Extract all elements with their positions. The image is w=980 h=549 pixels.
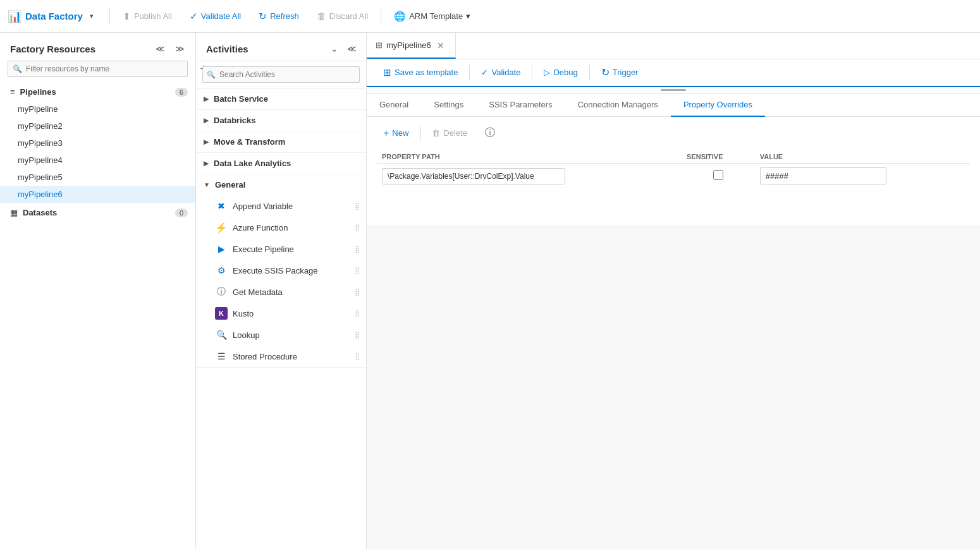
- sidebar-title: Factory Resources: [10, 44, 95, 54]
- search-icon: 🔍: [13, 64, 22, 73]
- tab-settings[interactable]: Settings: [421, 94, 476, 117]
- activity-item-execute-pipeline[interactable]: ▶ Execute Pipeline ⣿: [196, 238, 366, 260]
- toolbar-sep-3: [589, 65, 590, 80]
- activities-panel: Activities ⌄ ≪ 🔍 ▶ Batch Service: [196, 33, 367, 549]
- bottom-tabs: General Settings SSIS Parameters Connect…: [367, 94, 980, 117]
- validate-button[interactable]: ✓ Validate: [475, 64, 527, 80]
- sidebar-expand-icon[interactable]: ≫: [172, 42, 188, 56]
- sidebar-section-pipelines[interactable]: ≡ Pipelines 6: [0, 82, 195, 100]
- save-template-icon: ⊞: [383, 67, 391, 78]
- drag-handle-icon: ⣿: [355, 331, 360, 339]
- info-button[interactable]: ⓘ: [479, 123, 501, 143]
- sidebar-search-wrap: 🔍 +: [8, 61, 188, 77]
- chevron-down-icon: ▼: [204, 181, 210, 188]
- activity-group-databricks-header[interactable]: ▶ Databricks: [196, 110, 366, 131]
- validate-checkmark-icon: ✓: [481, 68, 488, 77]
- stored-procedure-icon: ☰: [215, 350, 228, 363]
- drag-handle-icon: ⣿: [355, 245, 360, 253]
- value-cell: [755, 164, 970, 189]
- activities-collapse-btn[interactable]: ⌄: [328, 42, 341, 56]
- sidebar-section-datasets[interactable]: ▦ Datasets 0: [0, 203, 195, 221]
- debug-icon: ▷: [544, 68, 550, 77]
- table-row: [377, 164, 970, 189]
- activity-group-move: ▶ Move & Transform: [196, 131, 366, 153]
- validate-all-button[interactable]: ✓ Validate All: [182, 7, 248, 26]
- sidebar-collapse-icon[interactable]: ≪: [152, 42, 168, 56]
- list-item[interactable]: myPipeline: [0, 100, 195, 118]
- property-path-cell: [377, 164, 682, 189]
- search-activities-input[interactable]: [202, 66, 360, 83]
- activity-item-stored-procedure[interactable]: ☰ Stored Procedure ⣿: [196, 346, 366, 367]
- sensitive-cell: [682, 164, 755, 189]
- activity-item-append-variable[interactable]: ✖ Append Variable ⣿: [196, 195, 366, 217]
- drag-handle-icon: ⣿: [355, 202, 360, 210]
- list-item[interactable]: myPipeline5: [0, 169, 195, 186]
- debug-button[interactable]: ▷ Debug: [537, 64, 584, 80]
- top-bar: 📊 Data Factory ▾ ⬆ Publish All ✓ Validat…: [0, 0, 980, 33]
- property-path-input[interactable]: [382, 168, 565, 184]
- activity-group-batch-header[interactable]: ▶ Batch Service: [196, 88, 366, 109]
- lookup-icon: 🔍: [215, 329, 228, 341]
- list-item[interactable]: myPipeline4: [0, 152, 195, 169]
- execute-ssis-icon: ⚙: [215, 264, 228, 277]
- list-item[interactable]: myPipeline2: [0, 118, 195, 135]
- discard-all-button[interactable]: 🗑 Discard All: [309, 7, 376, 25]
- activity-item-lookup[interactable]: 🔍 Lookup ⣿: [196, 324, 366, 346]
- canvas-toolbar: ⊞ Save as template ✓ Validate ▷ Debug ↻ …: [367, 59, 980, 86]
- tab-ssis-parameters[interactable]: SSIS Parameters: [476, 94, 565, 117]
- save-as-template-button[interactable]: ⊞ Save as template: [377, 64, 464, 81]
- publish-all-button[interactable]: ⬆ Publish All: [115, 7, 180, 26]
- drag-handle-icon: ⣿: [355, 288, 360, 296]
- property-overrides-table: PROPERTY PATH SENSITIVE VALUE: [377, 150, 970, 188]
- activity-group-general-header[interactable]: ▼ General: [196, 174, 366, 195]
- trigger-button[interactable]: ↻ Trigger: [595, 63, 645, 81]
- panel-resize-handle[interactable]: [367, 87, 980, 94]
- drag-handle-icon: ⣿: [355, 224, 360, 232]
- col-header-sensitive: SENSITIVE: [682, 150, 755, 164]
- activities-search-container: 🔍: [196, 61, 366, 88]
- activity-item-azure-function[interactable]: ⚡ Azure Function ⣿: [196, 217, 366, 238]
- value-input[interactable]: [760, 167, 886, 184]
- tab-pipeline-icon: ⊞: [376, 40, 383, 50]
- refresh-button[interactable]: ↻ Refresh: [251, 7, 307, 26]
- activities-close-btn[interactable]: ≪: [344, 42, 360, 56]
- activity-item-execute-ssis[interactable]: ⚙ Execute SSIS Package ⣿: [196, 260, 366, 281]
- kusto-icon: K: [215, 307, 228, 320]
- activities-search-icon: 🔍: [207, 71, 216, 79]
- tab-connection-managers[interactable]: Connection Managers: [565, 94, 671, 117]
- tab-bar: ⊞ myPipeline6 ✕: [367, 33, 980, 59]
- pipelines-count: 6: [175, 88, 188, 97]
- new-override-button[interactable]: + New: [377, 124, 415, 142]
- brand: 📊 Data Factory ▾: [8, 9, 97, 23]
- chevron-right-icon: ▶: [204, 117, 209, 124]
- arm-icon: 🌐: [394, 11, 406, 22]
- canvas-body-wrap: Execute SSIS Package Execute SSIS Packag…: [367, 86, 980, 549]
- pipelines-label: Pipelines: [20, 87, 56, 97]
- brand-dropdown[interactable]: ▾: [87, 10, 97, 22]
- sensitive-checkbox[interactable]: [713, 170, 723, 180]
- drag-handle-icon: ⣿: [355, 353, 360, 361]
- list-item[interactable]: myPipeline3: [0, 135, 195, 152]
- filter-resources-input[interactable]: [8, 61, 188, 77]
- top-sep-2: [381, 8, 381, 25]
- list-item[interactable]: myPipeline6: [0, 186, 195, 203]
- append-variable-icon: ✖: [215, 200, 228, 212]
- tab-close-button[interactable]: ✕: [435, 40, 446, 51]
- sidebar-header-icons: ≪ ≫: [152, 42, 188, 56]
- activity-item-get-metadata[interactable]: ⓘ Get Metadata ⣿: [196, 281, 366, 303]
- activity-group-datalake-header[interactable]: ▶ Data Lake Analytics: [196, 153, 366, 174]
- brand-icon: 📊: [8, 9, 21, 23]
- tab-property-overrides[interactable]: Property Overrides: [671, 94, 765, 117]
- pipeline-tab[interactable]: ⊞ myPipeline6 ✕: [367, 33, 456, 59]
- delete-override-button[interactable]: 🗑 Delete: [426, 125, 474, 141]
- tab-general[interactable]: General: [367, 94, 421, 117]
- activity-item-kusto[interactable]: K Kusto ⣿: [196, 303, 366, 324]
- chevron-right-icon: ▶: [204, 160, 209, 167]
- activities-title: Activities: [206, 44, 248, 54]
- activity-group-move-header[interactable]: ▶ Move & Transform: [196, 131, 366, 152]
- pipelines-icon: ≡: [10, 87, 15, 97]
- info-icon: ⓘ: [485, 126, 495, 140]
- activity-group-databricks: ▶ Databricks: [196, 110, 366, 131]
- arm-template-button[interactable]: 🌐 ARM Template ▾: [386, 7, 478, 26]
- datasets-icon: ▦: [10, 208, 18, 217]
